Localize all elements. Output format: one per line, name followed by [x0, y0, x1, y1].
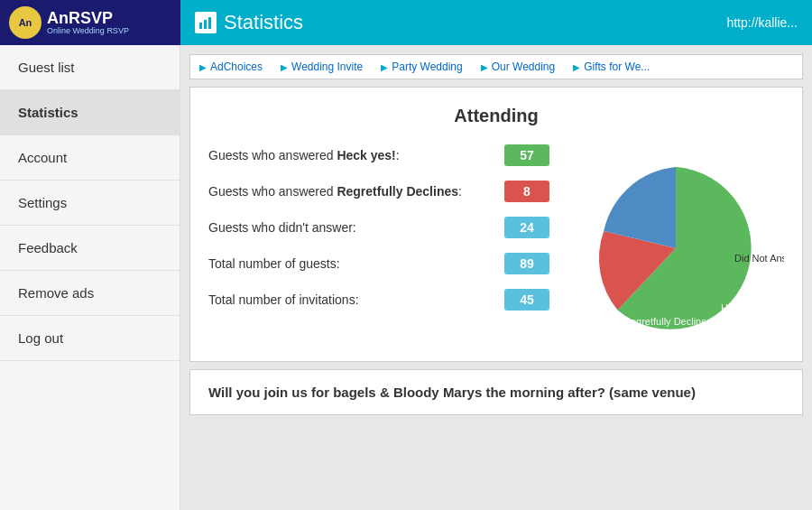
logo-icon: An	[9, 6, 42, 39]
page-title: Statistics	[224, 11, 303, 34]
stat-row-2: Guests who didn't answer: 24	[208, 217, 549, 238]
stat-label-4: Total number of invitations:	[208, 292, 504, 307]
stat-label-1: Guests who answered Regretfully Declines…	[208, 184, 504, 199]
stats-body: Guests who answered Heck yes!: 57 Guests…	[208, 144, 784, 343]
pie-chart-svg: Did Not Answer Regretfully Declines Heck…	[567, 144, 784, 343]
ad-arrow-0: ▶	[199, 62, 207, 72]
stat-value-4: 45	[504, 289, 549, 311]
svg-rect-2	[208, 17, 211, 29]
pie-label-no-answer: Did Not Answer	[734, 253, 784, 264]
logo-text: AnRSVP Online Wedding RSVP	[47, 10, 129, 35]
question-panel: Will you join us for bagels & Bloody Mar…	[189, 369, 803, 415]
logo-main-text: AnRSVP	[47, 10, 129, 26]
stat-row-4: Total number of invitations: 45	[208, 289, 549, 311]
ad-bar: ▶ AdChoices ▶ Wedding Invite ▶ Party Wed…	[189, 54, 803, 79]
ad-item-2[interactable]: ▶ Party Wedding	[381, 60, 463, 73]
question-text: Will you join us for bagels & Bloody Mar…	[208, 385, 696, 400]
stat-value-0: 57	[504, 144, 549, 166]
stat-label-2: Guests who didn't answer:	[208, 220, 504, 235]
stat-label-0: Guests who answered Heck yes!:	[208, 148, 504, 162]
ad-arrow-4: ▶	[573, 62, 580, 72]
pie-label-heck-yes: Heck y...	[721, 302, 759, 313]
app-header: An AnRSVP Online Wedding RSVP Statistics…	[0, 0, 812, 45]
stat-value-2: 24	[504, 217, 549, 238]
body-area: Guest list Statistics Account Settings F…	[0, 45, 812, 510]
stats-title: Attending	[208, 106, 784, 126]
ad-arrow-3: ▶	[481, 62, 488, 72]
ad-item-1[interactable]: ▶ Wedding Invite	[281, 60, 363, 73]
sidebar-item-account[interactable]: Account	[0, 135, 180, 181]
header-title-area: Statistics http://kallie...	[180, 11, 798, 34]
logo-sub-text: Online Wedding RSVP	[47, 26, 129, 35]
stats-table: Guests who answered Heck yes!: 57 Guests…	[208, 144, 549, 325]
ad-arrow-2: ▶	[381, 62, 388, 72]
svg-rect-1	[204, 20, 207, 29]
pie-chart-area: Did Not Answer Regretfully Declines Heck…	[567, 144, 784, 343]
sidebar-item-remove-ads[interactable]: Remove ads	[0, 271, 180, 316]
stat-value-3: 89	[504, 253, 549, 274]
sidebar-item-guest-list[interactable]: Guest list	[0, 45, 180, 90]
logo-area: An AnRSVP Online Wedding RSVP	[0, 0, 180, 45]
pie-label-declines: Regretfully Declines	[623, 316, 712, 327]
chart-icon	[195, 12, 217, 33]
svg-rect-0	[199, 23, 202, 29]
ad-item-3[interactable]: ▶ Our Wedding	[481, 60, 555, 73]
ad-arrow-1: ▶	[281, 62, 288, 72]
main-content: ▶ AdChoices ▶ Wedding Invite ▶ Party Wed…	[180, 45, 812, 510]
sidebar: Guest list Statistics Account Settings F…	[0, 45, 180, 510]
header-url: http://kallie...	[726, 15, 798, 30]
stat-row-0: Guests who answered Heck yes!: 57	[208, 144, 549, 166]
stat-value-1: 8	[504, 181, 549, 202]
sidebar-item-settings[interactable]: Settings	[0, 181, 180, 226]
sidebar-item-log-out[interactable]: Log out	[0, 316, 180, 361]
sidebar-item-statistics[interactable]: Statistics	[0, 90, 180, 135]
stats-panel: Attending Guests who answered Heck yes!:…	[189, 87, 803, 362]
sidebar-item-feedback[interactable]: Feedback	[0, 226, 180, 271]
stat-label-3: Total number of guests:	[208, 256, 504, 271]
stat-row-1: Guests who answered Regretfully Declines…	[208, 181, 549, 202]
ad-item-4[interactable]: ▶ Gifts for We...	[573, 60, 650, 73]
ad-item-0[interactable]: ▶ AdChoices	[199, 60, 263, 73]
stat-row-3: Total number of guests: 89	[208, 253, 549, 274]
